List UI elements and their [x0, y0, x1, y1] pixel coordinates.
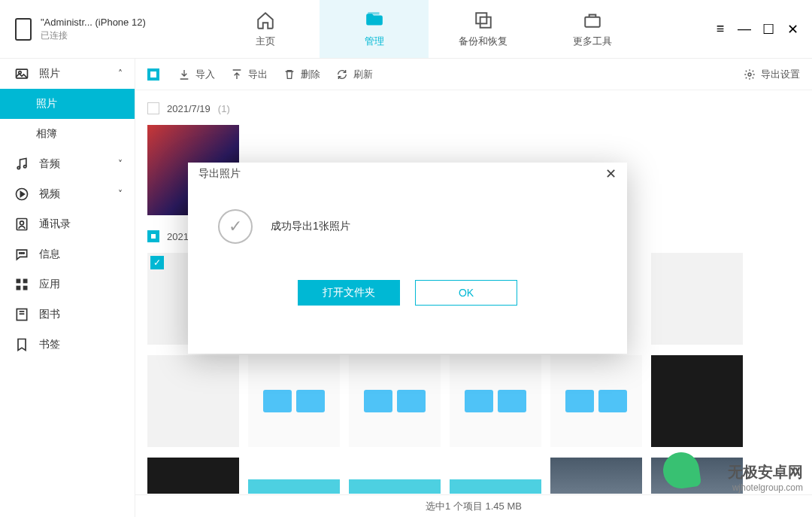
- success-check-icon: ✓: [218, 209, 253, 244]
- ok-button[interactable]: OK: [415, 280, 517, 306]
- open-folder-label: 打开文件夹: [323, 286, 375, 300]
- dialog-title: 导出照片: [198, 167, 241, 181]
- dialog-header: 导出照片 ✕: [188, 163, 627, 185]
- close-icon[interactable]: ✕: [605, 166, 617, 182]
- watermark-line2: wjhotelgroup.com: [728, 482, 803, 493]
- modal-backdrop: 导出照片 ✕ ✓ 成功导出1张照片 打开文件夹 OK: [0, 0, 812, 517]
- open-folder-button[interactable]: 打开文件夹: [298, 280, 400, 306]
- export-dialog: 导出照片 ✕ ✓ 成功导出1张照片 打开文件夹 OK: [188, 163, 627, 354]
- dialog-message: 成功导出1张照片: [271, 220, 350, 233]
- watermark: 无极安卓网 wjhotelgroup.com: [728, 462, 803, 493]
- ok-label: OK: [459, 287, 474, 299]
- watermark-line1: 无极安卓网: [728, 462, 803, 482]
